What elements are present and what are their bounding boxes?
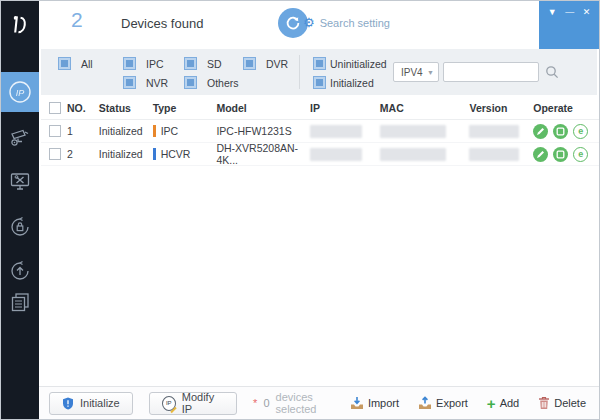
refresh-icon (284, 14, 302, 32)
row-checkbox[interactable] (49, 125, 61, 137)
table-row[interactable]: 1 Initialized IPC IPC-HFW1231S e (41, 120, 599, 143)
chevron-down-icon: ▼ (427, 69, 434, 76)
checkbox-nvr[interactable] (123, 76, 136, 89)
sidebar-item-build-config[interactable] (1, 288, 39, 316)
search-input[interactable] (443, 62, 539, 82)
arrow-up-circle-icon (8, 259, 32, 283)
checkbox-initialized[interactable] (313, 76, 326, 89)
gear-icon: ⚙ (303, 16, 315, 29)
redacted-version-value (469, 125, 519, 138)
select-all-checkbox[interactable] (49, 102, 61, 114)
header-mac: MAC (380, 102, 470, 114)
add-button[interactable]: + Add (487, 396, 519, 411)
lock-refresh-icon (8, 215, 32, 239)
header-status: Status (99, 102, 153, 114)
device-details-icon[interactable] (553, 124, 568, 139)
cell-operate: e (533, 147, 599, 162)
selected-count: 0 (263, 397, 269, 409)
table-body: 1 Initialized IPC IPC-HFW1231S e 2 Initi… (41, 120, 599, 166)
footer-bar: Initialize IP Modify IP * 0 devices sele… (39, 386, 599, 419)
filter-bar: All IPC NVR SD Others DVR (41, 49, 597, 95)
footer-actions: Import Export + Add (350, 396, 586, 411)
menu-dropdown-icon[interactable]: ▼ (548, 8, 557, 18)
cell-ip (310, 125, 380, 138)
filter-all[interactable]: All (58, 57, 93, 70)
filter-initialized[interactable]: Initialized (313, 76, 374, 89)
table-row[interactable]: 2 Initialized HCVR DH-XVR5208AN-4K... e (41, 143, 599, 166)
header-type: Type (153, 102, 217, 114)
cell-type: HCVR (153, 148, 217, 160)
sidebar-item-device-upgrade[interactable] (1, 257, 39, 285)
cell-mac (380, 125, 470, 138)
cell-model: IPC-HFW1231S (216, 125, 310, 137)
device-count: 2 (71, 8, 83, 32)
initialize-button[interactable]: Initialize (49, 392, 133, 415)
selected-label: devices selected (276, 391, 350, 415)
app-logo-icon (1, 1, 39, 49)
row-checkbox[interactable] (49, 148, 61, 160)
type-color-bar (153, 125, 156, 137)
sidebar-item-modify-ip[interactable]: IP (1, 72, 39, 112)
main-area: 2 Devices found ⚙ Search setting ▼ — ✕ (39, 1, 599, 419)
checkbox-dvr[interactable] (243, 57, 256, 70)
import-icon (350, 396, 364, 410)
svg-text:IP: IP (16, 88, 25, 98)
checkbox-uninitialized[interactable] (313, 57, 326, 70)
sidebar-item-system-settings[interactable] (1, 167, 39, 195)
cell-mac (380, 148, 470, 161)
shield-icon (62, 397, 74, 410)
header-model: Model (216, 102, 310, 114)
edit-pencil-icon[interactable] (533, 147, 548, 162)
checkbox-sd[interactable] (184, 57, 197, 70)
filter-uninitialized[interactable]: Uninitialized (313, 57, 387, 70)
open-web-e-icon[interactable]: e (573, 147, 588, 162)
export-icon (418, 396, 432, 410)
cell-status: Initialized (99, 125, 153, 137)
cell-status: Initialized (99, 148, 153, 160)
cell-no: 1 (67, 125, 99, 137)
table-header: NO. Status Type Model IP MAC Version Ope… (41, 96, 599, 120)
open-web-e-icon[interactable]: e (573, 124, 588, 139)
import-button[interactable]: Import (350, 396, 399, 410)
redacted-mac-value (380, 125, 446, 138)
header-operate: Operate (533, 102, 599, 114)
delete-button[interactable]: Delete (538, 396, 586, 410)
selection-status: * 0 devices selected (253, 391, 350, 415)
cell-ip (310, 148, 380, 161)
search-setting-button[interactable]: ⚙ Search setting (303, 16, 390, 29)
minimize-icon[interactable]: — (565, 8, 574, 18)
filter-dvr[interactable]: DVR (243, 57, 288, 70)
search-icon[interactable] (545, 65, 559, 83)
cell-type: IPC (153, 125, 217, 137)
filter-others[interactable]: Others (184, 76, 239, 89)
filter-ipc[interactable]: IPC (123, 57, 164, 70)
checkbox-ipc[interactable] (123, 57, 136, 70)
redacted-version-value (469, 148, 519, 161)
header-no: NO. (67, 102, 99, 114)
monitor-tools-icon (8, 169, 32, 193)
cell-operate: e (533, 124, 599, 139)
redacted-ip-value (310, 125, 362, 138)
search-setting-label: Search setting (320, 17, 390, 29)
devices-found-label: Devices found (121, 16, 203, 31)
filter-nvr[interactable]: NVR (123, 76, 168, 89)
sidebar-item-password-reset[interactable] (1, 213, 39, 241)
device-details-icon[interactable] (553, 147, 568, 162)
ip-circle-icon: IP (7, 79, 33, 105)
close-icon[interactable]: ✕ (583, 8, 591, 18)
configtool-window: IP (0, 0, 600, 420)
sidebar-item-device-config[interactable] (1, 123, 39, 151)
redacted-ip-value (310, 148, 362, 161)
trash-icon (538, 396, 550, 410)
modify-ip-button[interactable]: IP Modify IP (149, 392, 237, 415)
header-ip: IP (310, 102, 380, 114)
protocol-select[interactable]: IPV4 ▼ (393, 62, 439, 82)
modify-ip-icon: IP (162, 396, 176, 411)
edit-pencil-icon[interactable] (533, 124, 548, 139)
checkbox-all[interactable] (58, 57, 71, 70)
filter-sd[interactable]: SD (184, 57, 222, 70)
checkbox-others[interactable] (184, 76, 197, 89)
sidebar: IP (1, 1, 39, 419)
export-button[interactable]: Export (418, 396, 468, 410)
cell-version (469, 148, 533, 161)
